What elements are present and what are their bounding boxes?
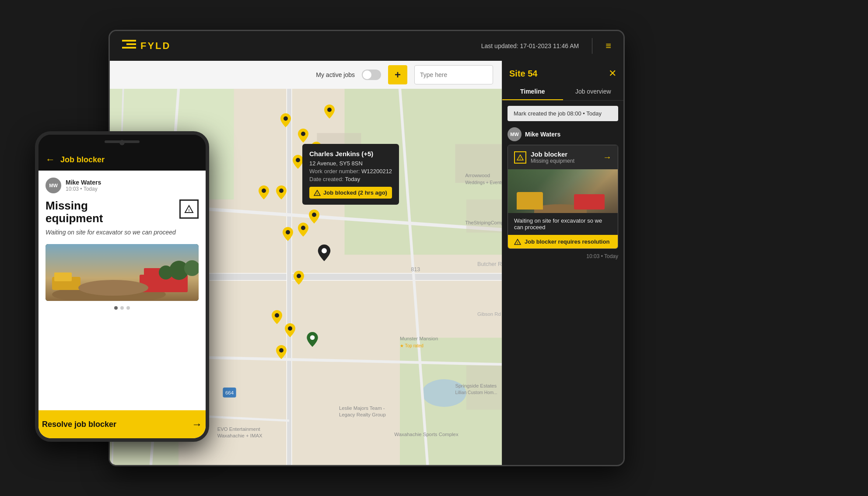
popup-date: Date created: Today <box>309 176 392 182</box>
map-pin[interactable] <box>276 185 287 199</box>
svg-text:Butcher Rd: Butcher Rd <box>477 261 502 267</box>
active-jobs-toggle[interactable] <box>362 70 381 80</box>
job-blocker-title: Job blocker <box>531 150 574 158</box>
cta-label: Resolve job blocker <box>42 420 116 429</box>
right-panel: Site 54 ✕ Timeline Job overview Mark cre… <box>502 61 623 465</box>
close-panel-button[interactable]: ✕ <box>609 68 616 79</box>
phone-header-title: Job blocker <box>60 155 105 164</box>
cta-arrow-icon: → <box>192 418 202 430</box>
dot-2 <box>120 306 124 310</box>
svg-text:Leslie Majors Team -: Leslie Majors Team - <box>339 405 385 411</box>
svg-point-59 <box>301 226 305 230</box>
menu-icon[interactable]: ≡ <box>606 40 611 52</box>
tab-timeline[interactable]: Timeline <box>502 84 563 100</box>
phone-user-info: Mike Waters 10:03 • Today <box>66 179 101 192</box>
right-panel-tabs: Timeline Job overview <box>502 84 623 101</box>
phone-body: MW Mike Waters 10:03 • Today Missing equ… <box>38 171 206 410</box>
phone-title-row: Missing equipment ! <box>46 199 199 224</box>
svg-point-56 <box>279 189 284 193</box>
job-blocked-badge: ! Job blocked (2 hrs ago) <box>309 187 392 199</box>
svg-point-55 <box>262 189 266 193</box>
popup-work-order: Work order number: W12200212 <box>309 168 392 175</box>
map-pin-black[interactable] <box>318 245 331 261</box>
add-job-button[interactable]: + <box>388 65 407 84</box>
dot-3 <box>126 306 130 310</box>
svg-text:!: ! <box>189 208 190 213</box>
svg-text:Munster Mansion: Munster Mansion <box>400 336 438 341</box>
svg-rect-79 <box>54 272 72 281</box>
map-pin[interactable] <box>276 345 287 359</box>
phone-missing-title: Missing equipment <box>46 199 103 224</box>
phone-avatar: MW <box>46 178 61 193</box>
last-updated-text: Last updated: 17-01-2023 11:46 AM <box>481 42 579 49</box>
svg-text:!: ! <box>317 192 318 195</box>
map-pin[interactable] <box>298 129 308 143</box>
svg-rect-20 <box>466 199 502 233</box>
card-image <box>508 169 618 213</box>
phone-card-image <box>46 244 199 301</box>
topbar-divider <box>592 38 592 54</box>
phone-header: ← Job blocker <box>38 149 206 171</box>
phone-warning-icon: ! <box>179 199 199 219</box>
svg-text:EVO Entertainment: EVO Entertainment <box>217 426 261 432</box>
timeline-timestamp: 10:03 • Today <box>508 253 618 259</box>
map-pin[interactable] <box>285 323 295 337</box>
svg-text:Legacy Realty Group: Legacy Realty Group <box>339 412 386 417</box>
svg-text:813: 813 <box>411 266 420 272</box>
map-pin[interactable] <box>283 227 293 241</box>
svg-point-53 <box>296 158 300 162</box>
warning-icon: ! <box>514 151 526 164</box>
popup-address: 12 Avenue, SY5 8SN <box>309 160 392 167</box>
svg-point-65 <box>310 335 315 340</box>
map-pin[interactable] <box>298 223 308 237</box>
job-blocker-card[interactable]: ! Job blocker Missing equipment → <box>508 145 618 249</box>
job-blocker-arrow[interactable]: → <box>603 152 612 162</box>
fyld-logo-icon <box>122 40 136 52</box>
svg-text:Springside Estates: Springside Estates <box>455 383 497 388</box>
svg-point-49 <box>284 116 288 121</box>
back-button[interactable]: ← <box>46 154 55 165</box>
svg-text:Gibson Rd: Gibson Rd <box>477 311 501 317</box>
timeline-user-row: MW Mike Waters <box>508 127 618 141</box>
svg-text:TheStripingCompany: TheStripingCompany <box>465 220 502 225</box>
map-pin[interactable] <box>309 210 319 224</box>
map-pin[interactable] <box>294 271 304 285</box>
svg-text:Waxahachie Sports Complex: Waxahachie Sports Complex <box>394 432 458 437</box>
phone-app: ← Job blocker MW Mike Waters 10:03 • Tod… <box>38 149 206 438</box>
svg-point-63 <box>275 313 279 318</box>
job-blocker-header-left: ! Job blocker Missing equipment <box>514 150 574 164</box>
svg-point-58 <box>286 230 290 234</box>
svg-point-62 <box>297 274 301 278</box>
construction-scene <box>508 187 618 213</box>
map-popup[interactable]: Charles Jenkins (+5) 12 Avenue, SY5 8SN … <box>302 144 399 205</box>
card-description: Waiting on site for excavator so we can … <box>508 213 618 235</box>
right-panel-header: Site 54 ✕ <box>502 61 623 79</box>
my-active-jobs-label: My active jobs <box>316 71 355 78</box>
svg-text:Waxahachie + IMAX: Waxahachie + IMAX <box>217 433 262 438</box>
resolution-text: Job blocker requires resolution <box>525 238 609 245</box>
resolve-job-blocker-button[interactable]: Resolve job blocker → <box>35 410 209 438</box>
svg-point-61 <box>312 213 316 217</box>
job-blocker-card-text: Job blocker Missing equipment <box>531 150 574 164</box>
job-blocker-sub: Missing equipment <box>531 158 574 164</box>
timeline-created-entry: Mark created the job 08:00 • Today <box>508 106 618 121</box>
fyld-logo-text: FYLD <box>140 40 171 52</box>
user-name: Mike Waters <box>525 131 560 138</box>
map-pin-green[interactable] <box>307 332 318 347</box>
tablet-topbar: FYLD Last updated: 17-01-2023 11:46 AM ≡ <box>110 31 623 61</box>
svg-text:Weddings + Events: Weddings + Events <box>465 180 502 185</box>
map-pin[interactable] <box>293 155 303 169</box>
svg-text:!: ! <box>517 241 518 244</box>
job-blocker-card-header: ! Job blocker Missing equipment → <box>508 145 618 169</box>
map-pin[interactable] <box>272 310 282 324</box>
map-pin[interactable] <box>259 185 269 199</box>
svg-text:★ Top rated: ★ Top rated <box>400 343 424 348</box>
map-pin[interactable] <box>280 113 291 127</box>
tab-job-overview[interactable]: Job overview <box>563 84 624 100</box>
created-text: Mark created the job 08:00 • Today <box>514 110 602 117</box>
search-input[interactable] <box>414 65 493 84</box>
resolution-banner: ! Job blocker requires resolution <box>508 235 618 248</box>
map-pin[interactable] <box>324 105 335 119</box>
fyld-logo: FYLD <box>122 40 171 52</box>
svg-text:!: ! <box>520 157 521 160</box>
